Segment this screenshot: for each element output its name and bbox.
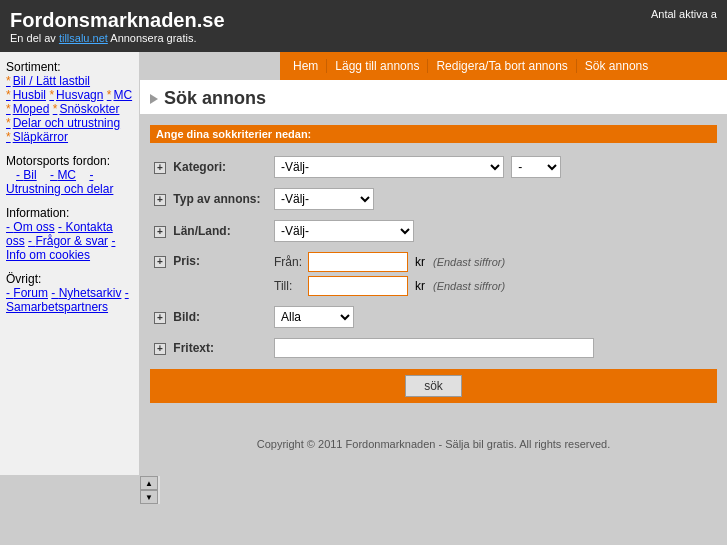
content-column: Hem Lägg till annons Redigera/Ta bort an… bbox=[140, 52, 727, 475]
motorsports-section: Motorsports fordon: - Bil - MC - Utrustn… bbox=[6, 154, 133, 196]
site-name: Fordonsmarknaden.se bbox=[10, 9, 225, 32]
motorsports-title: Motorsports fordon: bbox=[6, 154, 133, 168]
pris-fran-label: Från: bbox=[274, 255, 304, 269]
sidebar-item-forum[interactable]: - Forum bbox=[6, 286, 48, 300]
kategori-label: + Kategori: bbox=[150, 151, 270, 183]
logo: Fordonsmarknaden.se En del av tillsalu.n… bbox=[10, 9, 225, 44]
nav-lagg-till[interactable]: Lägg till annons bbox=[327, 59, 428, 73]
typ-select[interactable]: -Välj- bbox=[274, 188, 374, 210]
lan-label: + Län/Land: bbox=[150, 215, 270, 247]
pris-fran-line: Från: kr (Endast siffror) bbox=[274, 252, 713, 272]
typ-row: + Typ av annons: -Välj- bbox=[150, 183, 717, 215]
nav-hem[interactable]: Hem bbox=[285, 59, 327, 73]
sidebar: Sortiment: *Bil / Lätt lastbil *Husbil *… bbox=[0, 52, 140, 475]
scroll-up-button[interactable]: ▲ bbox=[140, 476, 158, 490]
bild-expand-icon[interactable]: + bbox=[154, 312, 166, 324]
sidebar-item-snoskokter[interactable]: *Snöskokter bbox=[53, 102, 120, 116]
sortiment-section: Sortiment: *Bil / Lätt lastbil *Husbil *… bbox=[6, 60, 133, 144]
sidebar-item-husvagn[interactable]: *Husvagn bbox=[49, 88, 103, 102]
pris-row: + Pris: Från: kr (Endast siffror) bbox=[150, 247, 717, 301]
page-title: Sök annons bbox=[164, 88, 266, 109]
lan-expand-icon[interactable]: + bbox=[154, 226, 166, 238]
fritext-expand-icon[interactable]: + bbox=[154, 343, 166, 355]
tagline-prefix: En del av bbox=[10, 32, 59, 44]
sidebar-item-delar[interactable]: *Delar och utrustning bbox=[6, 116, 120, 130]
kategori-inputs: -Välj- - bbox=[270, 151, 717, 183]
info-title: Information: bbox=[6, 206, 133, 220]
navbar: Hem Lägg till annons Redigera/Ta bort an… bbox=[280, 52, 727, 80]
lan-select[interactable]: -Välj- bbox=[274, 220, 414, 242]
pris-inputs: Från: kr (Endast siffror) Till: kr (En bbox=[270, 247, 717, 301]
nav-sok[interactable]: Sök annons bbox=[577, 59, 656, 73]
pris-till-hint: (Endast siffror) bbox=[433, 280, 505, 292]
sortiment-title: Sortiment: bbox=[6, 60, 133, 74]
search-button-bar: sök bbox=[150, 369, 717, 403]
bild-row: + Bild: Alla bbox=[150, 301, 717, 333]
scroll-down-button[interactable]: ▼ bbox=[140, 490, 158, 504]
pris-label: + Pris: bbox=[150, 247, 270, 301]
info-section: Information: - Om oss - Kontakta oss - F… bbox=[6, 206, 133, 262]
search-area: Ange dina sokkriterier nedan: + Kategori… bbox=[140, 115, 727, 475]
fritext-row: + Fritext: bbox=[150, 333, 717, 363]
pris-expand-icon[interactable]: + bbox=[154, 256, 166, 268]
pris-fran-currency: kr bbox=[415, 255, 425, 269]
tillsalu-link[interactable]: tillsalu.net bbox=[59, 32, 108, 44]
scroll-column: ▲ ▼ bbox=[140, 476, 158, 504]
sidebar-item-nyhetsarkiv[interactable]: - Nyhetsarkiv bbox=[51, 286, 121, 300]
sidebar-item-mc[interactable]: *MC bbox=[107, 88, 132, 102]
ovrigt-section: Övrigt: - Forum - Nyhetsarkiv - Samarbet… bbox=[6, 272, 133, 314]
fritext-inputs bbox=[270, 333, 717, 363]
pris-till-label: Till: bbox=[274, 279, 304, 293]
sidebar-item-slapkarror[interactable]: *Släpkärror bbox=[6, 130, 68, 144]
sidebar-item-om-oss[interactable]: - Om oss bbox=[6, 220, 55, 234]
tagline-suffix: Annonsera gratis. bbox=[108, 32, 197, 44]
kategori-select[interactable]: -Välj- bbox=[274, 156, 504, 178]
expand-icon bbox=[150, 94, 158, 104]
header-right-text: Antal aktiva a bbox=[651, 8, 717, 20]
bild-select[interactable]: Alla bbox=[274, 306, 354, 328]
pris-till-input[interactable] bbox=[308, 276, 408, 296]
footer-text: Copyright © 2011 Fordonmarknaden - Sälja… bbox=[150, 423, 717, 465]
sidebar-item-bil[interactable]: *Bil / Lätt lastbil bbox=[6, 74, 90, 88]
typ-inputs: -Välj- bbox=[270, 183, 717, 215]
pris-inner: Från: kr (Endast siffror) Till: kr (En bbox=[274, 252, 713, 296]
site-header: Fordonsmarknaden.se En del av tillsalu.n… bbox=[0, 0, 727, 52]
fritext-input[interactable] bbox=[274, 338, 594, 358]
sidebar-item-fragor[interactable]: - Frågor & svar bbox=[28, 234, 108, 248]
sidebar-item-husbil[interactable]: *Husbil bbox=[6, 88, 46, 102]
scroll-controls: ▲ ▼ bbox=[140, 475, 160, 504]
fritext-label: + Fritext: bbox=[150, 333, 270, 363]
lan-inputs: -Välj- bbox=[270, 215, 717, 247]
pris-fran-input[interactable] bbox=[308, 252, 408, 272]
page-title-bar: Sök annons bbox=[140, 80, 727, 115]
lan-row: + Län/Land: -Välj- bbox=[150, 215, 717, 247]
bild-inputs: Alla bbox=[270, 301, 717, 333]
pris-till-line: Till: kr (Endast siffror) bbox=[274, 276, 713, 296]
sidebar-item-ms-bil[interactable]: - Bil bbox=[6, 168, 37, 182]
kategori-select2[interactable]: - bbox=[511, 156, 561, 178]
search-form: + Kategori: -Välj- - bbox=[150, 151, 717, 363]
criteria-label: Ange dina sokkriterier nedan: bbox=[150, 125, 717, 143]
sidebar-item-ms-mc[interactable]: - MC bbox=[40, 168, 76, 182]
main-layout: Sortiment: *Bil / Lätt lastbil *Husbil *… bbox=[0, 52, 727, 475]
ovrigt-title: Övrigt: bbox=[6, 272, 133, 286]
pris-till-currency: kr bbox=[415, 279, 425, 293]
nav-redigera[interactable]: Redigera/Ta bort annons bbox=[428, 59, 576, 73]
typ-expand-icon[interactable]: + bbox=[154, 194, 166, 206]
typ-label: + Typ av annons: bbox=[150, 183, 270, 215]
search-button[interactable]: sök bbox=[405, 375, 462, 397]
kategori-row: + Kategori: -Välj- - bbox=[150, 151, 717, 183]
sidebar-item-moped[interactable]: *Moped bbox=[6, 102, 49, 116]
kategori-expand-icon[interactable]: + bbox=[154, 162, 166, 174]
site-tagline: En del av tillsalu.net Annonsera gratis. bbox=[10, 32, 225, 44]
pris-fran-hint: (Endast siffror) bbox=[433, 256, 505, 268]
bild-label: + Bild: bbox=[150, 301, 270, 333]
